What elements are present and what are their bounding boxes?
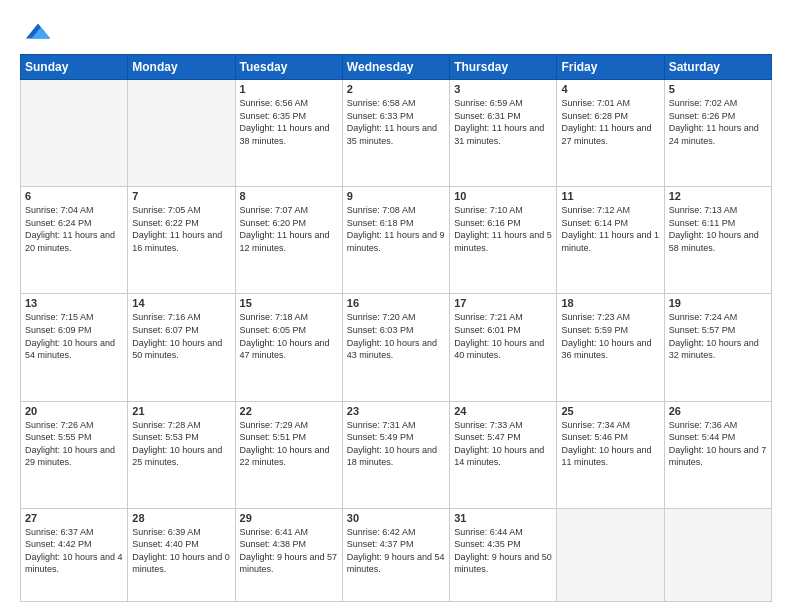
day-info: Sunrise: 7:23 AM Sunset: 5:59 PM Dayligh… xyxy=(561,311,659,361)
calendar-cell: 19Sunrise: 7:24 AM Sunset: 5:57 PM Dayli… xyxy=(664,294,771,401)
day-number: 20 xyxy=(25,405,123,417)
day-number: 24 xyxy=(454,405,552,417)
calendar-week-row: 6Sunrise: 7:04 AM Sunset: 6:24 PM Daylig… xyxy=(21,187,772,294)
day-info: Sunrise: 7:16 AM Sunset: 6:07 PM Dayligh… xyxy=(132,311,230,361)
day-info: Sunrise: 7:13 AM Sunset: 6:11 PM Dayligh… xyxy=(669,204,767,254)
day-number: 22 xyxy=(240,405,338,417)
calendar-cell xyxy=(557,508,664,601)
calendar-cell: 24Sunrise: 7:33 AM Sunset: 5:47 PM Dayli… xyxy=(450,401,557,508)
calendar-cell: 2Sunrise: 6:58 AM Sunset: 6:33 PM Daylig… xyxy=(342,80,449,187)
day-number: 16 xyxy=(347,297,445,309)
calendar-cell: 1Sunrise: 6:56 AM Sunset: 6:35 PM Daylig… xyxy=(235,80,342,187)
day-number: 21 xyxy=(132,405,230,417)
calendar-cell: 16Sunrise: 7:20 AM Sunset: 6:03 PM Dayli… xyxy=(342,294,449,401)
calendar-header-row: SundayMondayTuesdayWednesdayThursdayFrid… xyxy=(21,55,772,80)
day-info: Sunrise: 7:02 AM Sunset: 6:26 PM Dayligh… xyxy=(669,97,767,147)
calendar-cell: 12Sunrise: 7:13 AM Sunset: 6:11 PM Dayli… xyxy=(664,187,771,294)
calendar-week-row: 13Sunrise: 7:15 AM Sunset: 6:09 PM Dayli… xyxy=(21,294,772,401)
calendar-header-cell: Sunday xyxy=(21,55,128,80)
day-info: Sunrise: 7:05 AM Sunset: 6:22 PM Dayligh… xyxy=(132,204,230,254)
day-info: Sunrise: 7:12 AM Sunset: 6:14 PM Dayligh… xyxy=(561,204,659,254)
calendar-header-cell: Thursday xyxy=(450,55,557,80)
calendar-cell: 14Sunrise: 7:16 AM Sunset: 6:07 PM Dayli… xyxy=(128,294,235,401)
day-number: 13 xyxy=(25,297,123,309)
calendar-cell: 23Sunrise: 7:31 AM Sunset: 5:49 PM Dayli… xyxy=(342,401,449,508)
day-info: Sunrise: 7:04 AM Sunset: 6:24 PM Dayligh… xyxy=(25,204,123,254)
calendar-cell: 28Sunrise: 6:39 AM Sunset: 4:40 PM Dayli… xyxy=(128,508,235,601)
day-info: Sunrise: 6:39 AM Sunset: 4:40 PM Dayligh… xyxy=(132,526,230,576)
day-info: Sunrise: 7:01 AM Sunset: 6:28 PM Dayligh… xyxy=(561,97,659,147)
logo xyxy=(20,18,52,44)
day-number: 26 xyxy=(669,405,767,417)
day-info: Sunrise: 6:56 AM Sunset: 6:35 PM Dayligh… xyxy=(240,97,338,147)
day-info: Sunrise: 7:10 AM Sunset: 6:16 PM Dayligh… xyxy=(454,204,552,254)
calendar-cell: 20Sunrise: 7:26 AM Sunset: 5:55 PM Dayli… xyxy=(21,401,128,508)
calendar-header-cell: Saturday xyxy=(664,55,771,80)
calendar-week-row: 27Sunrise: 6:37 AM Sunset: 4:42 PM Dayli… xyxy=(21,508,772,601)
day-number: 3 xyxy=(454,83,552,95)
calendar-cell: 18Sunrise: 7:23 AM Sunset: 5:59 PM Dayli… xyxy=(557,294,664,401)
calendar-cell xyxy=(21,80,128,187)
day-info: Sunrise: 7:24 AM Sunset: 5:57 PM Dayligh… xyxy=(669,311,767,361)
calendar-cell: 4Sunrise: 7:01 AM Sunset: 6:28 PM Daylig… xyxy=(557,80,664,187)
day-number: 23 xyxy=(347,405,445,417)
day-number: 31 xyxy=(454,512,552,524)
calendar-cell: 26Sunrise: 7:36 AM Sunset: 5:44 PM Dayli… xyxy=(664,401,771,508)
day-number: 7 xyxy=(132,190,230,202)
day-number: 4 xyxy=(561,83,659,95)
day-number: 11 xyxy=(561,190,659,202)
day-info: Sunrise: 6:44 AM Sunset: 4:35 PM Dayligh… xyxy=(454,526,552,576)
day-number: 9 xyxy=(347,190,445,202)
header xyxy=(20,18,772,44)
page: SundayMondayTuesdayWednesdayThursdayFrid… xyxy=(0,0,792,612)
day-number: 19 xyxy=(669,297,767,309)
day-number: 17 xyxy=(454,297,552,309)
calendar-cell: 15Sunrise: 7:18 AM Sunset: 6:05 PM Dayli… xyxy=(235,294,342,401)
day-number: 18 xyxy=(561,297,659,309)
day-number: 12 xyxy=(669,190,767,202)
calendar-cell: 31Sunrise: 6:44 AM Sunset: 4:35 PM Dayli… xyxy=(450,508,557,601)
day-info: Sunrise: 6:41 AM Sunset: 4:38 PM Dayligh… xyxy=(240,526,338,576)
calendar-cell: 8Sunrise: 7:07 AM Sunset: 6:20 PM Daylig… xyxy=(235,187,342,294)
day-number: 28 xyxy=(132,512,230,524)
day-info: Sunrise: 6:37 AM Sunset: 4:42 PM Dayligh… xyxy=(25,526,123,576)
calendar-cell: 21Sunrise: 7:28 AM Sunset: 5:53 PM Dayli… xyxy=(128,401,235,508)
day-info: Sunrise: 7:20 AM Sunset: 6:03 PM Dayligh… xyxy=(347,311,445,361)
day-info: Sunrise: 7:08 AM Sunset: 6:18 PM Dayligh… xyxy=(347,204,445,254)
calendar-cell: 25Sunrise: 7:34 AM Sunset: 5:46 PM Dayli… xyxy=(557,401,664,508)
calendar-cell: 6Sunrise: 7:04 AM Sunset: 6:24 PM Daylig… xyxy=(21,187,128,294)
calendar-cell xyxy=(664,508,771,601)
calendar-cell: 3Sunrise: 6:59 AM Sunset: 6:31 PM Daylig… xyxy=(450,80,557,187)
day-number: 2 xyxy=(347,83,445,95)
day-info: Sunrise: 7:29 AM Sunset: 5:51 PM Dayligh… xyxy=(240,419,338,469)
logo-icon xyxy=(24,18,52,46)
calendar-header-cell: Friday xyxy=(557,55,664,80)
day-number: 14 xyxy=(132,297,230,309)
day-info: Sunrise: 7:26 AM Sunset: 5:55 PM Dayligh… xyxy=(25,419,123,469)
day-info: Sunrise: 6:59 AM Sunset: 6:31 PM Dayligh… xyxy=(454,97,552,147)
day-info: Sunrise: 7:33 AM Sunset: 5:47 PM Dayligh… xyxy=(454,419,552,469)
day-info: Sunrise: 6:58 AM Sunset: 6:33 PM Dayligh… xyxy=(347,97,445,147)
calendar-cell: 22Sunrise: 7:29 AM Sunset: 5:51 PM Dayli… xyxy=(235,401,342,508)
calendar-cell: 30Sunrise: 6:42 AM Sunset: 4:37 PM Dayli… xyxy=(342,508,449,601)
day-number: 30 xyxy=(347,512,445,524)
day-info: Sunrise: 6:42 AM Sunset: 4:37 PM Dayligh… xyxy=(347,526,445,576)
calendar-week-row: 1Sunrise: 6:56 AM Sunset: 6:35 PM Daylig… xyxy=(21,80,772,187)
calendar-cell xyxy=(128,80,235,187)
calendar-cell: 13Sunrise: 7:15 AM Sunset: 6:09 PM Dayli… xyxy=(21,294,128,401)
day-number: 25 xyxy=(561,405,659,417)
day-info: Sunrise: 7:15 AM Sunset: 6:09 PM Dayligh… xyxy=(25,311,123,361)
day-info: Sunrise: 7:18 AM Sunset: 6:05 PM Dayligh… xyxy=(240,311,338,361)
day-info: Sunrise: 7:07 AM Sunset: 6:20 PM Dayligh… xyxy=(240,204,338,254)
calendar-cell: 11Sunrise: 7:12 AM Sunset: 6:14 PM Dayli… xyxy=(557,187,664,294)
calendar-cell: 5Sunrise: 7:02 AM Sunset: 6:26 PM Daylig… xyxy=(664,80,771,187)
calendar-cell: 27Sunrise: 6:37 AM Sunset: 4:42 PM Dayli… xyxy=(21,508,128,601)
day-number: 5 xyxy=(669,83,767,95)
day-number: 8 xyxy=(240,190,338,202)
day-number: 6 xyxy=(25,190,123,202)
calendar-header-cell: Monday xyxy=(128,55,235,80)
calendar-body: 1Sunrise: 6:56 AM Sunset: 6:35 PM Daylig… xyxy=(21,80,772,602)
day-number: 1 xyxy=(240,83,338,95)
day-info: Sunrise: 7:28 AM Sunset: 5:53 PM Dayligh… xyxy=(132,419,230,469)
calendar-cell: 7Sunrise: 7:05 AM Sunset: 6:22 PM Daylig… xyxy=(128,187,235,294)
